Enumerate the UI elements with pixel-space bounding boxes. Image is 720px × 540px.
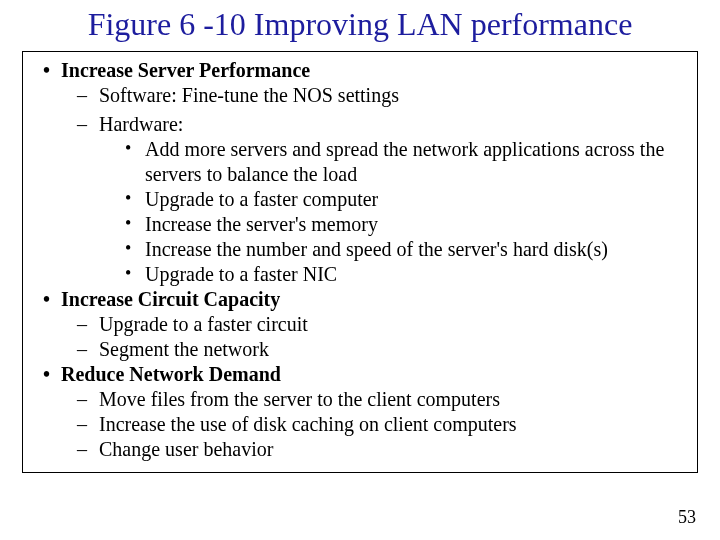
list-item: Increase the server's memory (125, 212, 687, 237)
outline-list: Increase Server Performance Software: Fi… (33, 58, 687, 462)
list-item: Increase the use of disk caching on clie… (77, 412, 687, 437)
list-item: Segment the network (77, 337, 687, 362)
list-item: Upgrade to a faster circuit (77, 312, 687, 337)
list-item: Increase Circuit Capacity (39, 287, 687, 312)
page-number: 53 (678, 507, 696, 528)
list-item: Increase Server Performance (39, 58, 687, 83)
list-item: Upgrade to a faster computer (125, 187, 687, 212)
body-box: Increase Server Performance Software: Fi… (22, 51, 698, 473)
list-item: Change user behavior (77, 437, 687, 462)
list-item: Move files from the server to the client… (77, 387, 687, 412)
slide-title: Figure 6 -10 Improving LAN performance (0, 0, 720, 47)
list-item: Add more servers and spread the network … (125, 137, 687, 187)
list-item: Reduce Network Demand (39, 362, 687, 387)
slide: Figure 6 -10 Improving LAN performance I… (0, 0, 720, 540)
list-item: Hardware: (77, 112, 687, 137)
list-item: Software: Fine-tune the NOS settings (77, 83, 687, 108)
list-item: Increase the number and speed of the ser… (125, 237, 687, 262)
list-item: Upgrade to a faster NIC (125, 262, 687, 287)
